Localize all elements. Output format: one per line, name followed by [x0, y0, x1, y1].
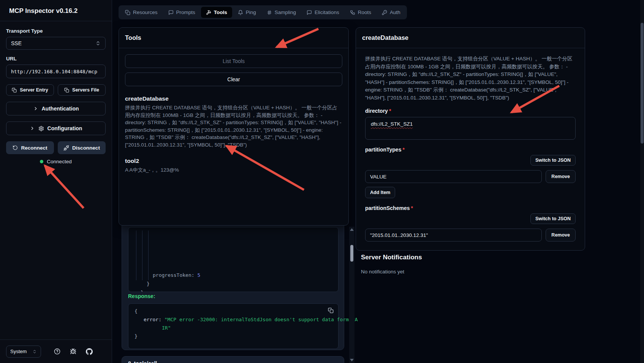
unplug-icon — [63, 145, 69, 151]
connection-status: Connected — [6, 159, 106, 164]
partition-schemes-remove-button[interactable]: Remove — [546, 229, 576, 241]
copy-icon — [64, 88, 69, 93]
partition-types-switch-to-json-button[interactable]: Switch to JSON — [530, 155, 576, 166]
partition-schemes-item-value: "2015.01.01..2030.12.31" — [370, 232, 428, 238]
configuration-toggle[interactable]: Configuration — [6, 122, 106, 135]
partition-types-item-input[interactable]: VALUE — [365, 170, 542, 183]
partition-types-remove-button[interactable]: Remove — [546, 170, 576, 183]
tab-tools[interactable]: Tools — [201, 7, 232, 18]
server-entry-button[interactable]: Server Entry — [6, 84, 54, 96]
tab-label: Roots — [358, 9, 371, 15]
scroll-down-arrow[interactable] — [350, 359, 354, 361]
tools-panel: Tools List Tools Clear createDatabase 拼接… — [119, 27, 349, 226]
disconnect-button[interactable]: Disconnect — [58, 141, 106, 154]
partition-types-add-item-button[interactable]: Add Item — [365, 187, 395, 198]
tab-sampling[interactable]: Sampling — [262, 7, 301, 18]
required-asterisk: * — [389, 108, 391, 114]
response-json-line: error: "MCP error -32000: internalToStdJ… — [144, 317, 358, 322]
files-icon — [125, 10, 130, 15]
tab-prompts[interactable]: Prompts — [163, 7, 200, 18]
required-asterisk: * — [411, 205, 413, 211]
clear-button[interactable]: Clear — [125, 73, 342, 86]
servers-file-button[interactable]: Servers File — [58, 84, 106, 96]
tool-list-item-tool2[interactable]: tool2 A A中文a_-，。123@% — [125, 158, 342, 174]
partition-types-item-value: VALUE — [370, 174, 386, 180]
partition-schemes-switch-to-json-button[interactable]: Switch to JSON — [530, 213, 576, 224]
chevrons-up-down-icon — [95, 41, 101, 46]
request-json-line: } — [141, 290, 144, 292]
request-json-line: } — [147, 281, 150, 287]
url-label: URL — [6, 56, 106, 62]
history-entry-expanded: progressToken: 5 } } } Response: { error… — [122, 205, 344, 350]
directory-input[interactable]: dfs://L2_STK_SZ1 — [365, 117, 576, 140]
bell-icon — [238, 10, 243, 15]
servers-file-label: Servers File — [72, 87, 99, 93]
tool-detail-title: createDatabase — [362, 34, 579, 41]
tab-ping[interactable]: Ping — [233, 7, 261, 18]
sidebar: MCP Inspector v0.16.2 Transport Type SSE… — [0, 0, 112, 363]
bug-icon[interactable] — [70, 348, 76, 355]
github-icon[interactable] — [86, 348, 93, 355]
partition-schemes-item-input[interactable]: "2015.01.01..2030.12.31" — [365, 229, 542, 241]
tab-label: Auth — [390, 9, 400, 15]
rotate-ccw-icon — [13, 145, 18, 150]
tab-label: Tools — [214, 9, 227, 15]
message-square-icon — [307, 10, 312, 15]
partition-schemes-label: partitionSchemes* — [365, 205, 576, 211]
tab-resources[interactable]: Resources — [120, 7, 163, 18]
scroll-up-arrow[interactable] — [350, 228, 354, 231]
response-label: Response: — [128, 293, 155, 299]
tab-label: Elicitations — [315, 9, 339, 15]
scrollbar-thumb[interactable] — [350, 245, 353, 262]
page-scrollbar[interactable] — [640, 0, 644, 363]
key-icon — [382, 10, 387, 15]
tab-roots[interactable]: Roots — [345, 7, 376, 18]
transport-type-select[interactable]: SSE — [6, 37, 106, 50]
directory-label: directory* — [365, 108, 576, 114]
server-entry-label: Server Entry — [20, 87, 48, 93]
tool-list-item-createDatabase[interactable]: createDatabase 拼接并执行 CREATE DATABASE 语句，… — [125, 95, 342, 148]
disconnect-label: Disconnect — [72, 145, 100, 151]
chevron-right-icon — [30, 126, 35, 131]
connected-text: Connected — [47, 159, 71, 164]
gear-icon — [38, 126, 44, 131]
response-json-line: IR" — [162, 325, 171, 331]
tab-elicitations[interactable]: Elicitations — [302, 7, 344, 18]
list-tools-button[interactable]: List Tools — [125, 54, 342, 68]
theme-select[interactable]: System — [6, 346, 41, 358]
authentication-toggle[interactable]: Authentication — [6, 102, 106, 115]
tool-description: A A中文a_-，。123@% — [125, 166, 342, 174]
tool-name: createDatabase — [125, 95, 342, 102]
transport-type-label: Transport Type — [6, 28, 106, 34]
message-square-icon — [168, 10, 174, 15]
tab-label: Sampling — [275, 9, 296, 15]
workflow-icon — [350, 10, 355, 15]
scrollbar-thumb[interactable] — [641, 23, 644, 144]
help-icon[interactable] — [54, 348, 60, 355]
tool-name: tool2 — [125, 158, 342, 164]
response-json-line: { — [134, 308, 138, 314]
request-json-line: progressToken: 5 — [153, 272, 200, 278]
connected-dot — [40, 160, 43, 163]
copy-icon[interactable] — [328, 308, 334, 313]
theme-value: System — [10, 349, 27, 354]
url-input[interactable]: http://192.168.0.104:8848/mcp — [6, 65, 106, 78]
response-json-line: } — [134, 333, 138, 339]
reconnect-label: Reconnect — [21, 145, 47, 151]
hash-icon — [267, 10, 272, 15]
transport-type-value: SSE — [11, 40, 22, 46]
reconnect-button[interactable]: Reconnect — [6, 141, 54, 154]
history-scrollbar[interactable] — [349, 227, 354, 363]
tools-panel-title: Tools — [125, 34, 342, 41]
main-tabs: Resources Prompts Tools Ping Sampling El… — [119, 5, 407, 19]
history-entry-collapsed[interactable]: 8. tools/call — [122, 356, 344, 363]
tool-detail-panel: createDatabase 拼接并执行 CREATE DATABASE 语句，… — [356, 27, 585, 251]
tool-description: 拼接并执行 CREATE DATABASE 语句，支持组合分区（VALUE + … — [125, 104, 342, 148]
tab-auth[interactable]: Auth — [377, 7, 405, 18]
tab-label: Ping — [246, 9, 256, 15]
response-json-block: { error: "MCP error -32000: internalToSt… — [128, 303, 339, 349]
tool-detail-description: 拼接并执行 CREATE DATABASE 语句，支持组合分区（VALUE + … — [365, 55, 576, 102]
directory-value: dfs://L2_STK_SZ1 — [371, 121, 413, 127]
tab-label: Prompts — [176, 9, 195, 15]
app-title: MCP Inspector v0.16.2 — [0, 0, 112, 21]
